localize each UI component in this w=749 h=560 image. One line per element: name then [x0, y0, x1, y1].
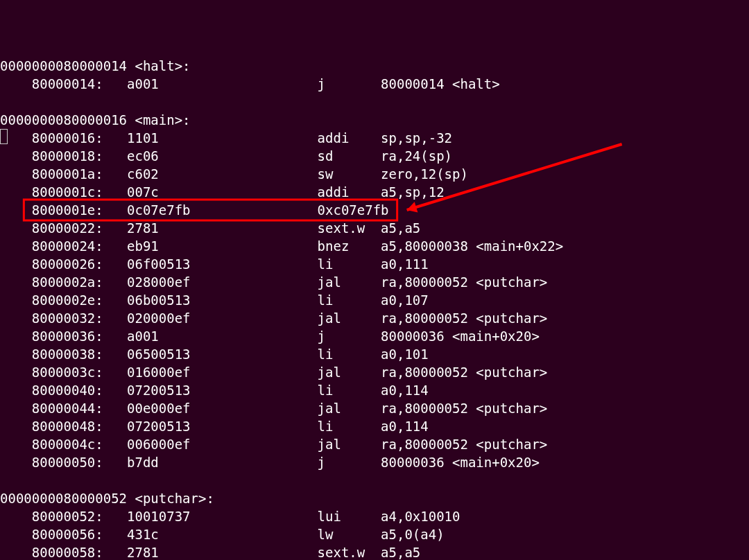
disasm-row: 80000040: 07200513 li a0,114 — [0, 381, 749, 399]
disasm-row: 80000058: 2781 sext.w a5,a5 — [0, 543, 749, 560]
disasm-row: 80000026: 06f00513 li a0,111 — [0, 255, 749, 273]
disasm-row: 80000044: 00e000ef jal ra,80000052 <putc… — [0, 399, 749, 417]
disasm-row: 80000036: a001 j 80000036 <main+0x20> — [0, 327, 749, 345]
disasm-row: 80000038: 06500513 li a0,101 — [0, 345, 749, 363]
disasm-row: 80000024: eb91 bnez a5,80000038 <main+0x… — [0, 237, 749, 255]
section-header: 0000000080000016 <main>: — [0, 111, 749, 129]
cursor-outline — [0, 129, 8, 144]
section-header: 0000000080000052 <putchar>: — [0, 489, 749, 507]
disassembly-listing: 0000000080000014 <halt>: 80000014: a001 … — [0, 0, 749, 560]
disasm-row: 80000014: a001 j 80000014 <halt> — [0, 75, 749, 93]
disasm-row: 8000002a: 028000ef jal ra,80000052 <putc… — [0, 273, 749, 291]
disasm-row: 80000048: 07200513 li a0,114 — [0, 417, 749, 435]
disasm-row: 8000003c: 016000ef jal ra,80000052 <putc… — [0, 363, 749, 381]
blank-line — [0, 93, 749, 111]
disasm-row: 80000022: 2781 sext.w a5,a5 — [0, 219, 749, 237]
disasm-row: 80000056: 431c lw a5,0(a4) — [0, 525, 749, 543]
disasm-row: 8000001c: 007c addi a5,sp,12 — [0, 183, 749, 201]
disasm-row: 8000001e: 0c07e7fb 0xc07e7fb — [0, 201, 749, 219]
disasm-row: 80000018: ec06 sd ra,24(sp) — [0, 147, 749, 165]
blank-line — [0, 471, 749, 489]
disasm-row: 80000016: 1101 addi sp,sp,-32 — [0, 129, 749, 147]
disasm-row: 8000004c: 006000ef jal ra,80000052 <putc… — [0, 435, 749, 453]
disasm-row: 80000050: b7dd j 80000036 <main+0x20> — [0, 453, 749, 471]
disasm-row: 8000001a: c602 sw zero,12(sp) — [0, 165, 749, 183]
section-header: 0000000080000014 <halt>: — [0, 57, 749, 75]
disasm-row: 80000032: 020000ef jal ra,80000052 <putc… — [0, 309, 749, 327]
disasm-row: 80000052: 10010737 lui a4,0x10010 — [0, 507, 749, 525]
disasm-row: 8000002e: 06b00513 li a0,107 — [0, 291, 749, 309]
